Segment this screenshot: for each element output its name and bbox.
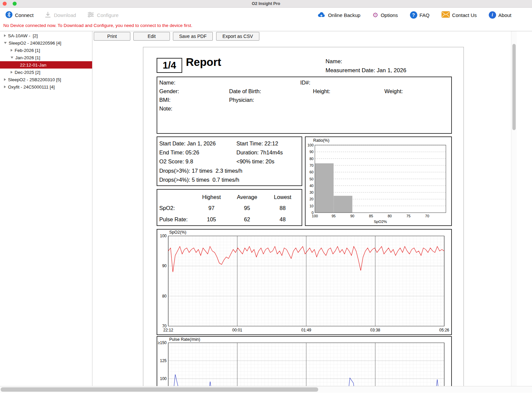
tree-label: SleepO2 - 2408220596 [4] xyxy=(9,41,61,46)
sidebar-item-sa10aw[interactable]: SA-10AW - [2] xyxy=(0,32,92,39)
svg-text:≥150: ≥150 xyxy=(158,340,167,345)
horizontal-scrollbar-thumb[interactable] xyxy=(1,387,318,392)
stat-end-time: End Time: 05:26 xyxy=(159,149,199,156)
summary-spo2-lowest: 88 xyxy=(280,205,286,211)
warning-message: No Device connected now. To Download and… xyxy=(3,23,193,28)
report-title: Report xyxy=(186,56,221,69)
summary-header-average: Average xyxy=(237,194,257,200)
svg-text:100: 100 xyxy=(160,234,167,238)
chevron-right-icon[interactable] xyxy=(11,49,13,52)
stat-drops-4pct: Drops(>4%): 5 times 0.7 times/h xyxy=(159,177,239,183)
summary-spo2-label: SpO2: xyxy=(159,205,175,211)
chevron-down-icon[interactable] xyxy=(4,42,7,44)
svg-text:20: 20 xyxy=(310,197,314,201)
svg-text:Pulse Rate(/min): Pulse Rate(/min) xyxy=(169,337,200,342)
sidebar-item-feb-2026[interactable]: Feb-2026 [1] xyxy=(0,47,92,54)
sidebar-item-jan-2026[interactable]: Jan-2026 [1] xyxy=(0,54,92,61)
save-as-pdf-button[interactable]: Save as PDF xyxy=(173,32,213,41)
gear-icon: ⚙ xyxy=(372,12,378,18)
envelope-icon xyxy=(442,11,450,19)
summary-pulse-highest: 105 xyxy=(207,216,216,223)
patient-name-label: Name: xyxy=(159,80,176,86)
bluetooth-icon xyxy=(5,11,13,19)
chevron-right-icon[interactable] xyxy=(11,71,13,74)
chevron-right-icon[interactable] xyxy=(4,86,6,88)
patient-id-label: ID#: xyxy=(300,80,310,86)
patient-info-box: Name: ID#: Gender: Date of Birth: Height… xyxy=(157,77,452,134)
question-mark-icon: ? xyxy=(410,11,417,19)
connect-button[interactable]: Connect xyxy=(5,11,34,19)
summary-pulse-label: Pulse Rate: xyxy=(159,216,188,223)
online-backup-label: Online Backup xyxy=(328,12,360,18)
summary-spo2-highest: 97 xyxy=(208,205,214,211)
summary-pulse-average: 62 xyxy=(244,216,250,223)
tree-label: SleepO2 - 25B2200310 [5] xyxy=(8,77,61,82)
svg-text:90: 90 xyxy=(310,150,314,154)
spo2-trend-chart: SpO2(%)10090807022:1200:0101:4903:3805:2… xyxy=(157,230,451,334)
svg-text:90: 90 xyxy=(162,264,167,268)
svg-text:05:26: 05:26 xyxy=(439,328,449,332)
close-window-button[interactable] xyxy=(3,2,7,6)
main-area: Print Edit Save as PDF Export as CSV 1/4… xyxy=(93,31,532,386)
patient-dob-label: Date of Birth: xyxy=(229,88,261,95)
export-as-csv-button[interactable]: Export as CSV xyxy=(216,32,259,41)
edit-button[interactable]: Edit xyxy=(133,32,170,41)
svg-text:95: 95 xyxy=(332,214,335,218)
sidebar-item-dec-2025[interactable]: Dec-2025 [2] xyxy=(0,69,92,76)
sliders-icon xyxy=(87,11,95,19)
app-window: O2 Insight Pro Connect Download Configu xyxy=(0,0,532,400)
about-button[interactable]: i About xyxy=(489,11,511,19)
faq-button[interactable]: ? FAQ xyxy=(410,11,430,19)
tree-label: 22:12-01-Jan xyxy=(20,63,47,68)
online-backup-button[interactable]: Online Backup xyxy=(317,11,360,19)
chevron-right-icon[interactable] xyxy=(4,78,6,81)
sidebar-item-session-2212-01-jan[interactable]: 22:12-01-Jan xyxy=(0,61,92,69)
spo2-ratio-chart-box: Ratio(%)01020304050607080901001009590858… xyxy=(305,136,452,226)
svg-text:100: 100 xyxy=(308,143,314,147)
stat-start-time: Start Time: 22:12 xyxy=(236,140,278,147)
svg-text:100: 100 xyxy=(312,214,318,218)
page-indicator: 1/4 xyxy=(157,58,182,73)
vertical-scrollbar[interactable] xyxy=(511,31,517,386)
sidebar-item-oxyfit-24c5000111[interactable]: Oxyfit - 24C5000111 [4] xyxy=(0,83,92,91)
summary-pulse-lowest: 48 xyxy=(280,216,286,223)
svg-text:70: 70 xyxy=(310,163,314,167)
print-button[interactable]: Print xyxy=(94,32,130,41)
tree-label: Oxyfit - 24C5000111 [4] xyxy=(8,85,55,90)
download-button[interactable]: Download xyxy=(44,11,76,19)
tree-label: Dec-2025 [2] xyxy=(15,70,40,75)
stat-under90-time: <90% time: 20s xyxy=(236,158,274,165)
pulse-rate-chart: Pulse Rate(/min)≥150125100755022:1200:01… xyxy=(157,337,451,386)
session-stats-box: Start Date: Jan 1, 2026 Start Time: 22:1… xyxy=(157,136,302,186)
report-page: 1/4 Report Name: Measurement Date: Jan 1… xyxy=(143,47,464,386)
svg-text:90: 90 xyxy=(350,214,354,218)
svg-text:03:38: 03:38 xyxy=(370,328,380,332)
summary-spo2-average: 95 xyxy=(244,205,250,211)
zoom-window-button[interactable] xyxy=(13,2,17,6)
patient-note-label: Note: xyxy=(159,105,172,112)
svg-text:60: 60 xyxy=(310,170,314,174)
sidebar-item-sleepo2-25b2200310[interactable]: SleepO2 - 25B2200310 [5] xyxy=(0,76,92,83)
tree-label: Feb-2026 [1] xyxy=(15,48,40,53)
contact-us-button[interactable]: Contact Us xyxy=(442,11,477,19)
stat-start-date: Start Date: Jan 1, 2026 xyxy=(159,140,216,147)
toolbar: Connect Download Configure Online Bac xyxy=(0,8,532,22)
chevron-down-icon[interactable] xyxy=(11,57,13,59)
tree-label: SA-10AW - [2] xyxy=(8,33,38,38)
svg-text:10: 10 xyxy=(310,204,314,208)
svg-text:50: 50 xyxy=(310,177,314,181)
about-label: About xyxy=(498,12,511,18)
summary-table: Highest Average Lowest SpO2: 97 95 88 Pu… xyxy=(157,189,302,226)
stat-duration: Duration: 7h14m4s xyxy=(236,149,283,156)
configure-button[interactable]: Configure xyxy=(87,11,119,19)
patient-weight-label: Weight: xyxy=(384,88,403,95)
chevron-right-icon[interactable] xyxy=(4,34,6,37)
sidebar-item-sleepo2-2408220596[interactable]: SleepO2 - 2408220596 [4] xyxy=(0,39,92,47)
vertical-scrollbar-thumb[interactable] xyxy=(512,44,516,130)
horizontal-scrollbar[interactable] xyxy=(0,386,532,393)
tree-label: Jan-2026 [1] xyxy=(15,55,40,60)
options-button[interactable]: ⚙ Options xyxy=(372,12,398,18)
svg-text:70: 70 xyxy=(425,214,429,218)
svg-text:80: 80 xyxy=(310,157,314,161)
patient-bmi-label: BMI: xyxy=(159,97,171,103)
